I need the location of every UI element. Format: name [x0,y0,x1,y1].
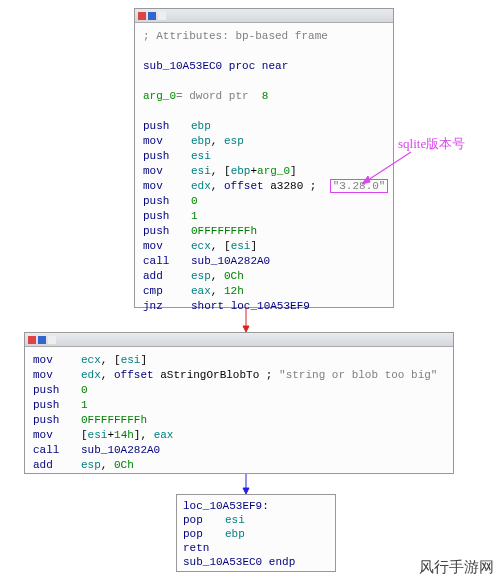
window-icon [138,12,146,20]
flow-arrow [240,474,252,494]
code-block-2: movecx, [esi] movedx, offset aStringOrBl… [25,347,453,481]
disasm-panel-1: ; Attributes: bp-based frame sub_10A53EC… [134,8,394,308]
svg-marker-1 [362,176,370,184]
panel-titlebar [135,9,393,23]
window-icon [148,12,156,20]
watermark: 风行手游网 [419,558,494,577]
code-block-3: loc_10A53EF9: popesi popebp retn sub_10A… [177,495,335,573]
panel-titlebar [25,333,453,347]
window-icon [28,336,36,344]
code-block-1: ; Attributes: bp-based frame sub_10A53EC… [135,23,393,322]
window-icon [48,336,56,344]
flow-arrow [240,308,252,332]
disasm-panel-2: movecx, [esi] movedx, offset aStringOrBl… [24,332,454,474]
annotation-arrow [356,150,416,190]
window-icon [38,336,46,344]
disasm-panel-3: loc_10A53EF9: popesi popebp retn sub_10A… [176,494,336,572]
window-icon [158,12,166,20]
